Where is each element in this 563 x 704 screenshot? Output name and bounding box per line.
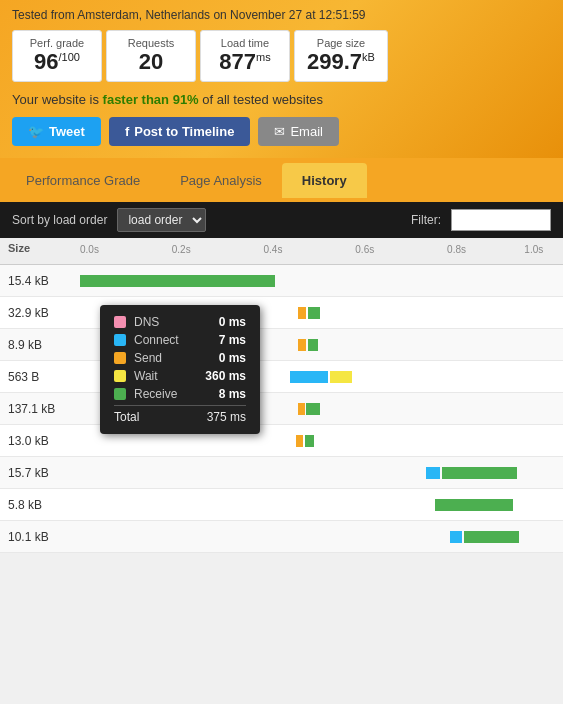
faster-highlight: faster than 91% [103,92,199,107]
page-size-value: 299.7kB [307,49,375,74]
tab-history[interactable]: History [282,163,367,198]
bar-receive [435,499,513,511]
filter-input[interactable] [451,209,551,231]
connect-key: Connect [134,333,211,347]
perf-grade-label: Perf. grade [25,37,89,49]
bar-receive [308,339,318,351]
bar-receive [80,275,275,287]
size-column-header: Size [0,242,80,260]
timeline-header: 0.0s 0.2s 0.4s 0.6s 0.8s 1.0s [80,242,563,260]
perf-grade-box: Perf. grade 96/100 [12,30,102,82]
bar-connect [290,371,328,383]
page-size-label: Page size [307,37,375,49]
bar-connect [426,467,440,479]
bar-receive [464,531,519,543]
table-row[interactable]: 15.7 kB [0,457,563,489]
row-size: 13.0 kB [0,434,80,448]
tooltip-connect-row: Connect 7 ms [114,333,246,347]
tooltip: DNS 0 ms Connect 7 ms Send 0 ms Wait 360… [100,305,260,434]
tick-0: 0.0s [80,244,99,255]
load-time-box: Load time 877ms [200,30,290,82]
sort-select[interactable]: load order size duration [117,208,206,232]
row-size: 8.9 kB [0,338,80,352]
dns-swatch [114,316,126,328]
table-row[interactable]: 137.1 kB [0,393,563,425]
tick-3: 0.6s [355,244,374,255]
total-key: Total [114,410,139,424]
load-time-label: Load time [213,37,277,49]
waterfall-container: Size 0.0s 0.2s 0.4s 0.6s 0.8s 1.0s 15.4 … [0,238,563,553]
tweet-button[interactable]: 🐦 Tweet [12,117,101,146]
tabs-row: Performance Grade Page Analysis History [0,158,563,202]
send-val: 0 ms [219,351,246,365]
toolbar: Sort by load order load order size durat… [0,202,563,238]
bar-receive [442,467,517,479]
bar-area [80,521,563,552]
table-row[interactable]: 15.4 kB DNS 0 ms Connect 7 ms Send 0 ms [0,265,563,297]
metrics-row: Perf. grade 96/100 Requests 20 Load time… [12,30,551,82]
row-size: 10.1 kB [0,530,80,544]
tooltip-receive-row: Receive 8 ms [114,387,246,401]
requests-label: Requests [119,37,183,49]
top-banner: Tested from Amsterdam, Netherlands on No… [0,0,563,158]
row-size: 563 B [0,370,80,384]
row-size: 15.4 kB [0,274,80,288]
table-row[interactable]: 563 B [0,361,563,393]
row-size: 32.9 kB [0,306,80,320]
bar-send [298,403,305,415]
receive-val: 8 ms [219,387,246,401]
facebook-icon: f [125,124,129,139]
tooltip-send-row: Send 0 ms [114,351,246,365]
requests-value: 20 [139,49,163,74]
table-row[interactable]: 13.0 kB [0,425,563,457]
perf-grade-value: 96/100 [34,49,80,74]
wait-swatch [114,370,126,382]
send-swatch [114,352,126,364]
email-icon: ✉ [274,124,285,139]
tab-performance[interactable]: Performance Grade [6,163,160,198]
connect-val: 7 ms [219,333,246,347]
wait-val: 360 ms [205,369,246,383]
post-timeline-button[interactable]: f Post to Timeline [109,117,251,146]
row-size: 137.1 kB [0,402,80,416]
tick-1: 0.2s [172,244,191,255]
table-row[interactable]: 10.1 kB [0,521,563,553]
tick-2: 0.4s [264,244,283,255]
waterfall-header: Size 0.0s 0.2s 0.4s 0.6s 0.8s 1.0s [0,238,563,265]
table-row[interactable]: 8.9 kB [0,329,563,361]
tooltip-total-row: Total 375 ms [114,405,246,424]
filter-label: Filter: [411,213,441,227]
receive-key: Receive [134,387,211,401]
bar-area [80,457,563,488]
load-time-value: 877ms [219,49,270,74]
tab-page-analysis[interactable]: Page Analysis [160,163,282,198]
bar-receive [306,403,320,415]
row-size: 5.8 kB [0,498,80,512]
bar-send [298,339,306,351]
table-row[interactable]: 5.8 kB [0,489,563,521]
bar-area [80,489,563,520]
page-size-box: Page size 299.7kB [294,30,388,82]
bar-send [296,435,303,447]
dns-val: 0 ms [219,315,246,329]
bar-area [80,265,563,296]
table-row[interactable]: 32.9 kB [0,297,563,329]
bar-connect [450,531,462,543]
bar-receive [308,307,320,319]
social-row: 🐦 Tweet f Post to Timeline ✉ Email [12,117,551,146]
tooltip-dns-row: DNS 0 ms [114,315,246,329]
dns-key: DNS [134,315,211,329]
email-button[interactable]: ✉ Email [258,117,339,146]
bar-receive [305,435,314,447]
bar-wait [330,371,352,383]
requests-box: Requests 20 [106,30,196,82]
faster-text: Your website is faster than 91% of all t… [12,92,551,107]
tick-4: 0.8s [447,244,466,255]
twitter-icon: 🐦 [28,124,44,139]
row-size: 15.7 kB [0,466,80,480]
send-key: Send [134,351,211,365]
connect-swatch [114,334,126,346]
tick-5: 1.0s [524,244,543,255]
receive-swatch [114,388,126,400]
total-val: 375 ms [207,410,246,424]
